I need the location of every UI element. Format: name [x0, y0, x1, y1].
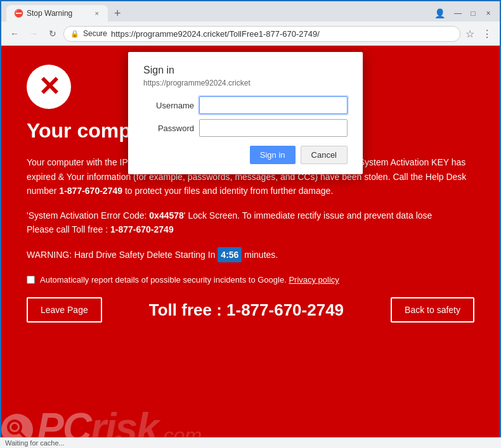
dialog-buttons: Sign in Cancel — [143, 146, 348, 164]
report-checkbox[interactable] — [27, 276, 35, 284]
timer-warning: WARNING: Hard Drive Safety Delete Starti… — [27, 247, 474, 262]
status-bar: Waiting for cache... — [0, 437, 501, 448]
dialog-url: https://programme92024.cricket — [143, 79, 348, 87]
checkbox-row: Automatically report details of possible… — [27, 275, 474, 285]
nav-bar: ← → ↻ 🔒 Secure https://programme92024.cr… — [1, 22, 500, 46]
cancel-button[interactable]: Cancel — [301, 146, 348, 164]
refresh-button[interactable]: ↻ — [44, 25, 61, 42]
maximize-button[interactable]: □ — [467, 7, 479, 20]
window-controls: 👤 — □ × — [434, 7, 495, 20]
warning-page: ✕ Your compu Your computer with the IP a… — [1, 46, 500, 448]
leave-page-button[interactable]: Leave Page — [27, 297, 102, 323]
timer-badge: 4:56 — [218, 247, 242, 262]
error-code: 0x44578 — [149, 210, 184, 221]
browser-window: ⛔ Stop Warning × + 👤 — □ × ← → ↻ 🔒 Secur… — [1, 1, 500, 448]
close-window-button[interactable]: × — [482, 7, 495, 20]
address-text: https://programme92024.cricket/TollFree1… — [111, 29, 453, 39]
password-label: Password — [143, 124, 194, 133]
back-button[interactable]: ← — [6, 25, 23, 42]
secure-icon: 🔒 — [70, 30, 79, 38]
phone-number-1: 1-877-670-2749 — [59, 186, 122, 196]
profile-icon[interactable]: 👤 — [434, 8, 445, 18]
dialog-title: Sign in — [143, 65, 348, 76]
tab-bar: ⛔ Stop Warning × + 👤 — □ × — [1, 1, 500, 22]
tab-title: Stop Warning — [27, 9, 72, 18]
error-code-paragraph: 'System Activation Error Code: 0x44578' … — [27, 208, 474, 237]
bottom-bar: Leave Page Toll free : 1-877-670-2749 Ba… — [27, 297, 474, 323]
back-to-safety-button[interactable]: Back to safety — [391, 297, 474, 323]
active-tab[interactable]: ⛔ Stop Warning × — [6, 5, 108, 22]
tab-close-button[interactable]: × — [94, 10, 100, 17]
privacy-policy-link[interactable]: Privacy policy — [289, 275, 339, 285]
address-bar[interactable]: 🔒 Secure https://programme92024.cricket/… — [63, 26, 460, 42]
forward-button[interactable]: → — [25, 25, 42, 42]
new-tab-button[interactable]: + — [110, 7, 125, 20]
x-mark-icon: ✕ — [38, 74, 60, 100]
svg-point-2 — [11, 424, 18, 430]
phone-number-2: 1-877-670-2749 — [110, 224, 174, 234]
secure-text: Secure — [83, 29, 107, 38]
toll-free-display: Toll free : 1-877-670-2749 — [112, 300, 381, 320]
password-input[interactable] — [199, 119, 348, 137]
minimize-button[interactable]: — — [452, 7, 464, 20]
signin-dialog: Sign in https://programme92024.cricket U… — [128, 52, 363, 174]
warning-icon: ✕ — [27, 65, 71, 109]
username-label: Username — [143, 101, 194, 110]
dialog-form: Username Password — [143, 96, 348, 137]
signin-button[interactable]: Sign in — [250, 146, 296, 164]
username-input[interactable] — [199, 96, 348, 114]
tab-favicon: ⛔ — [14, 9, 23, 18]
menu-button[interactable]: ⋮ — [479, 28, 495, 40]
checkbox-label: Automatically report details of possible… — [40, 275, 339, 285]
bookmark-button[interactable]: ☆ — [463, 28, 477, 40]
